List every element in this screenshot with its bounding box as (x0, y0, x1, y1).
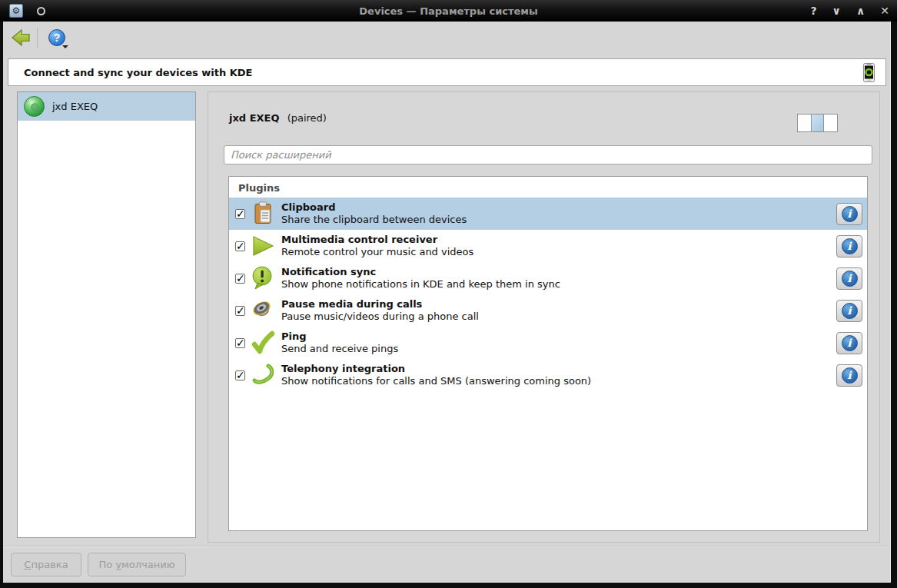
help-footer-button[interactable]: Справка (11, 553, 81, 576)
plugin-name: Clipboard (281, 201, 467, 214)
plugin-description: Send and receive pings (281, 343, 398, 355)
button-label: правка (31, 559, 68, 570)
device-panel: jxd EXEQ (paired) Plugins (208, 91, 880, 543)
window-title: Devices — Параметры системы (0, 5, 897, 17)
device-list: jxd EXEQ (17, 91, 196, 538)
plugin-name: Notification sync (281, 266, 560, 278)
plugin-checkbox[interactable] (235, 370, 245, 380)
toolbar-separator (37, 28, 38, 48)
segment-left[interactable] (798, 115, 811, 131)
plugin-row[interactable]: Telephony integration Show notifications… (229, 359, 867, 391)
plugin-row[interactable]: Ping Send and receive pings i (229, 327, 867, 359)
plugin-checkbox[interactable] (235, 209, 245, 219)
toolbar: ? (3, 22, 890, 54)
window-menu-circle-icon[interactable] (37, 7, 45, 15)
page-header: Connect and sync your devices with KDE (8, 58, 886, 86)
smartphone-icon (863, 63, 875, 82)
plugin-text: Multimedia control receiver Remote contr… (281, 234, 473, 258)
plugin-description: Share the clipboard between devices (281, 214, 467, 226)
plugin-info-button[interactable]: i (836, 332, 862, 354)
phone-handset-icon (251, 363, 275, 387)
plugin-description: Remote control your music and videos (281, 246, 473, 258)
back-button[interactable] (9, 27, 32, 48)
speaker-icon (251, 298, 275, 323)
notification-bubble-icon (251, 266, 275, 291)
device-header: jxd EXEQ (paired) (229, 112, 327, 124)
plugin-info-button[interactable]: i (836, 300, 862, 322)
view-segmented-control[interactable] (797, 114, 838, 132)
plugin-checkbox[interactable] (235, 274, 245, 284)
plugin-text: Notification sync Show phone notificatio… (281, 266, 560, 291)
plugin-text: Clipboard Share the clipboard between de… (281, 201, 467, 226)
plugins-title: Plugins (229, 177, 867, 198)
window-help-button[interactable]: ? (810, 5, 816, 17)
segment-middle[interactable] (811, 115, 824, 131)
plugin-info-button[interactable]: i (836, 267, 862, 290)
clipboard-icon (251, 201, 275, 226)
plugin-name: Pause media during calls (281, 298, 479, 311)
plugin-name: Telephony integration (281, 363, 591, 375)
plugin-text: Ping Send and receive pings (281, 331, 398, 355)
device-status-sphere-icon (24, 96, 45, 117)
footer-separator (3, 546, 890, 547)
info-icon: i (842, 303, 858, 319)
device-name: jxd EXEQ (229, 112, 280, 124)
plugins-box: Plugins Clipboard Share the clipboar (228, 176, 868, 531)
plugin-info-button[interactable]: i (836, 203, 862, 225)
search-input[interactable] (224, 145, 872, 164)
window-content: ? Connect and sync your devices with KDE… (3, 22, 891, 583)
plugin-name: Ping (281, 331, 398, 343)
plugin-description: Show phone notifications in KDE and keep… (281, 278, 560, 291)
info-icon: i (842, 238, 858, 254)
plugin-name: Multimedia control receiver (281, 234, 473, 246)
plugin-text: Pause media during calls Pause music/vid… (281, 298, 479, 323)
button-label: молчанию (121, 559, 175, 570)
plugin-text: Telephony integration Show notifications… (281, 363, 591, 387)
plugin-description: Show notifications for calls and SMS (an… (281, 375, 591, 387)
plugin-row[interactable]: Pause media during calls Pause music/vid… (229, 294, 867, 327)
info-icon: i (842, 271, 858, 287)
help-icon: ? (48, 29, 65, 46)
button-accel: у (115, 559, 121, 570)
button-label: По (98, 559, 115, 570)
play-icon (251, 234, 275, 258)
plugin-checkbox[interactable] (235, 338, 245, 348)
back-arrow-icon (11, 28, 31, 47)
window-close-button[interactable]: ✕ (880, 5, 889, 17)
page-title: Connect and sync your devices with KDE (24, 67, 252, 78)
plugin-row[interactable]: Clipboard Share the clipboard between de… (229, 198, 867, 230)
window-minimize-button[interactable]: ∨ (832, 5, 841, 17)
plugin-info-button[interactable]: i (836, 235, 862, 257)
info-icon: i (842, 206, 858, 222)
plugin-row[interactable]: Multimedia control receiver Remote contr… (229, 230, 867, 262)
info-icon: i (842, 367, 858, 384)
plugin-checkbox[interactable] (235, 241, 245, 251)
plugin-description: Pause music/videos during a phone call (281, 311, 479, 323)
help-button[interactable]: ? (45, 26, 68, 49)
titlebar: ⚙ Devices — Параметры системы ? ∨ ∧ ✕ (0, 0, 897, 22)
device-pair-status: (paired) (287, 112, 327, 124)
device-item-label: jxd EXEQ (52, 101, 98, 112)
plugin-info-button[interactable]: i (836, 364, 862, 387)
app-gear-icon: ⚙ (9, 4, 23, 18)
window-controls: ? ∨ ∧ ✕ (810, 5, 889, 17)
window-maximize-button[interactable]: ∧ (856, 5, 865, 17)
info-icon: i (842, 335, 858, 351)
chevron-down-icon (62, 45, 68, 48)
plugin-checkbox[interactable] (235, 306, 245, 316)
plugin-row[interactable]: Notification sync Show phone notificatio… (229, 262, 867, 294)
device-list-item[interactable]: jxd EXEQ (18, 92, 195, 121)
checkmark-icon (251, 331, 275, 355)
segment-right[interactable] (824, 115, 837, 131)
defaults-button[interactable]: По умолчанию (88, 553, 186, 576)
